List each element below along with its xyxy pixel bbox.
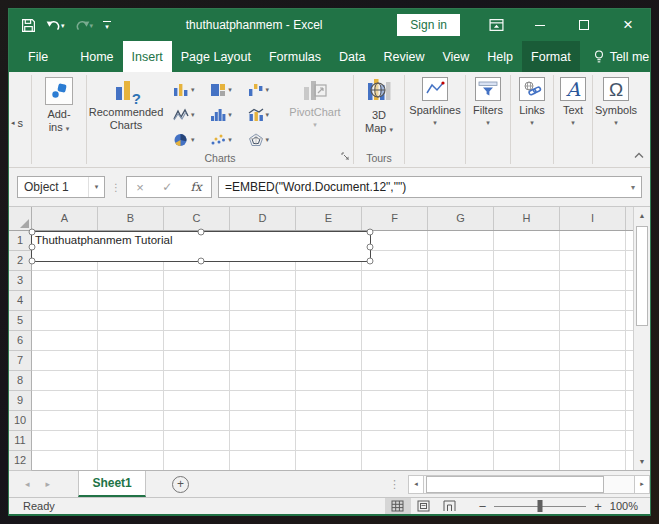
close-button[interactable]: × xyxy=(606,9,650,41)
zoom-out-button[interactable]: − xyxy=(479,499,487,514)
symbols-button[interactable]: Ω Symbols ▾ xyxy=(595,72,637,152)
column-header-b[interactable]: B xyxy=(98,207,164,230)
column-header-h[interactable]: H xyxy=(494,207,560,230)
maximize-button[interactable] xyxy=(562,9,606,41)
tab-file[interactable]: File xyxy=(19,41,57,72)
insert-column-chart-button[interactable]: ▾ xyxy=(165,77,202,102)
zoom-slider-track[interactable] xyxy=(494,506,586,507)
tab-page-layout[interactable]: Page Layout xyxy=(172,41,260,72)
new-sheet-button[interactable]: + xyxy=(172,476,189,493)
charts-dialog-launcher[interactable] xyxy=(341,147,350,165)
vertical-scroll-track[interactable] xyxy=(634,224,650,453)
vertical-scrollbar[interactable]: ▲ ▼ xyxy=(633,207,650,470)
enter-icon[interactable]: ✓ xyxy=(162,180,172,194)
vertical-scroll-thumb[interactable] xyxy=(636,226,648,326)
resize-handle-top-left[interactable] xyxy=(29,229,36,236)
text-button[interactable]: A Text ▾ xyxy=(560,72,586,152)
expand-formula-bar-icon[interactable]: ▾ xyxy=(631,183,635,192)
tab-tell-me[interactable]: Tell me xyxy=(584,41,659,72)
row-header-5[interactable]: 5 xyxy=(9,311,32,331)
insert-radar-chart-button[interactable]: ▾ xyxy=(240,127,277,152)
insert-line-chart-button[interactable]: ▾ xyxy=(165,102,202,127)
add-ins-button[interactable]: Add-ins ▾ xyxy=(45,72,73,152)
insert-combo-chart-button[interactable]: ▾ xyxy=(240,102,277,127)
row-header-10[interactable]: 10 xyxy=(9,411,32,431)
3d-map-button[interactable]: 3DMap ▾ xyxy=(365,72,393,152)
tab-home[interactable]: Home xyxy=(71,41,122,72)
resize-handle-bottom-left[interactable] xyxy=(29,258,36,265)
resize-handle-top-center[interactable] xyxy=(198,229,205,236)
sparklines-button[interactable]: Sparklines ▾ xyxy=(409,72,460,152)
resize-handle-mid-left[interactable] xyxy=(29,243,36,250)
zoom-slider-thumb[interactable] xyxy=(538,500,543,512)
prev-sheet-icon[interactable]: ◂ xyxy=(25,479,30,489)
formula-bar-splitter[interactable]: ⋮ xyxy=(111,182,120,193)
insert-function-icon[interactable]: fx xyxy=(191,180,202,194)
insert-treemap-chart-button[interactable]: ▾ xyxy=(202,77,239,102)
undo-caret-icon[interactable]: ▾ xyxy=(61,22,65,29)
row-header-8[interactable]: 8 xyxy=(9,371,32,391)
embedded-word-object[interactable]: Thuthuatphanmem Tutorial xyxy=(31,231,371,262)
links-button[interactable]: Links ▾ xyxy=(519,72,545,152)
tab-format[interactable]: Format xyxy=(522,41,580,72)
save-icon[interactable] xyxy=(21,18,36,33)
next-sheet-icon[interactable]: ▸ xyxy=(46,479,51,489)
page-break-preview-button[interactable] xyxy=(437,498,463,514)
row-header-9[interactable]: 9 xyxy=(9,391,32,411)
formula-input[interactable]: =EMBED("Word.Document.12","") ▾ xyxy=(218,176,642,198)
sheet-tab-sheet1[interactable]: Sheet1 xyxy=(78,471,146,497)
page-layout-view-button[interactable] xyxy=(411,498,437,514)
column-header-c[interactable]: C xyxy=(164,207,230,230)
scroll-right-button[interactable]: ▸ xyxy=(634,475,650,494)
insert-scatter-chart-button[interactable]: ▾ xyxy=(202,127,239,152)
insert-pie-chart-button[interactable]: ▾ xyxy=(165,127,202,152)
row-header-3[interactable]: 3 xyxy=(9,271,32,291)
column-header-i[interactable]: I xyxy=(560,207,626,230)
tab-splitter[interactable]: ⋮ xyxy=(389,478,400,491)
tab-data[interactable]: Data xyxy=(330,41,374,72)
row-header-11[interactable]: 11 xyxy=(9,431,32,451)
tab-view[interactable]: View xyxy=(433,41,478,72)
row-header-6[interactable]: 6 xyxy=(9,331,32,351)
grid[interactable]: A B C D E F G H I 1 2 3 4 5 6 7 8 9 xyxy=(9,207,633,470)
row-header-7[interactable]: 7 xyxy=(9,351,32,371)
row-header-12[interactable]: 12 xyxy=(9,451,32,471)
horizontal-scrollbar[interactable]: ◂ ▸ xyxy=(408,471,650,497)
column-header-f[interactable]: F xyxy=(362,207,428,230)
customize-qat-button[interactable]: ▾ xyxy=(103,21,111,30)
filters-button[interactable]: Filters ▾ xyxy=(473,72,503,152)
horizontal-scroll-thumb[interactable] xyxy=(426,476,604,493)
undo-button[interactable]: ▾ xyxy=(46,19,65,32)
zoom-level[interactable]: 100% xyxy=(610,500,638,512)
tab-review[interactable]: Review xyxy=(374,41,433,72)
resize-handle-bottom-right[interactable] xyxy=(367,258,374,265)
scroll-left-button[interactable]: ◂ xyxy=(408,475,424,494)
sign-in-button[interactable]: Sign in xyxy=(397,14,460,36)
ribbon-display-options-button[interactable] xyxy=(474,9,518,41)
tab-help[interactable]: Help xyxy=(478,41,522,72)
column-header-a[interactable]: A xyxy=(32,207,98,230)
recommended-charts-button[interactable]: ? RecommendedCharts xyxy=(87,72,165,152)
column-header-g[interactable]: G xyxy=(428,207,494,230)
resize-handle-bottom-center[interactable] xyxy=(198,258,205,265)
row-header-4[interactable]: 4 xyxy=(9,291,32,311)
resize-handle-top-right[interactable] xyxy=(367,229,374,236)
scroll-down-button[interactable]: ▼ xyxy=(634,453,650,470)
zoom-in-button[interactable]: + xyxy=(594,499,602,514)
name-box-caret-icon[interactable]: ▾ xyxy=(88,177,104,197)
normal-view-button[interactable] xyxy=(385,498,411,514)
cancel-icon[interactable]: × xyxy=(136,180,144,195)
collapse-ribbon-button[interactable] xyxy=(634,145,644,163)
column-header-e[interactable]: E xyxy=(296,207,362,230)
insert-histogram-chart-button[interactable]: ▾ xyxy=(202,102,239,127)
minimize-button[interactable] xyxy=(518,9,562,41)
tab-formulas[interactable]: Formulas xyxy=(260,41,330,72)
scroll-up-button[interactable]: ▲ xyxy=(634,207,650,224)
select-all-corner[interactable] xyxy=(9,207,32,230)
insert-waterfall-chart-button[interactable]: ▾ xyxy=(240,77,277,102)
column-header-d[interactable]: D xyxy=(230,207,296,230)
resize-handle-mid-right[interactable] xyxy=(367,243,374,250)
group-flyout-icon[interactable]: ◂ xyxy=(11,119,15,127)
horizontal-scroll-track[interactable] xyxy=(424,475,634,494)
name-box[interactable]: Object 1 ▾ xyxy=(17,176,105,198)
